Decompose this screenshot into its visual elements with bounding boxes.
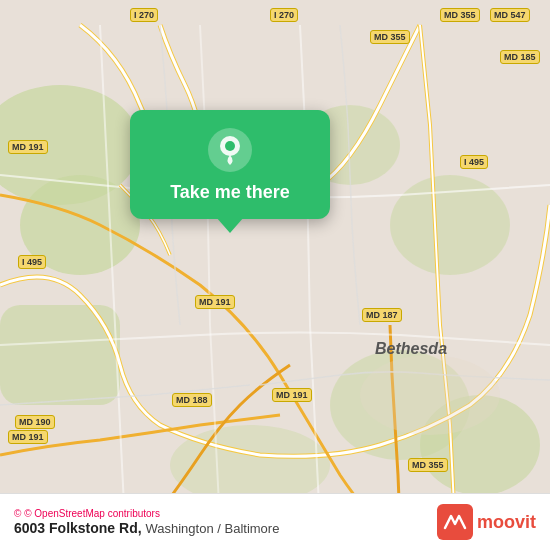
popup-card[interactable]: Take me there xyxy=(130,110,330,219)
road-label-md191-left: MD 191 xyxy=(8,140,48,154)
osm-credit-text: © OpenStreetMap contributors xyxy=(24,508,160,519)
bottom-bar: © © OpenStreetMap contributors 6003 Folk… xyxy=(0,493,550,550)
svg-point-9 xyxy=(360,355,500,435)
road-label-md355-bot: MD 355 xyxy=(408,458,448,472)
road-label-md191-bot: MD 191 xyxy=(272,388,312,402)
svg-point-5 xyxy=(390,175,510,275)
moovit-logo-icon xyxy=(437,504,473,540)
osm-copyright-symbol: © xyxy=(14,508,21,519)
bethesda-label: Bethesda xyxy=(375,340,447,358)
road-label-md355-1: MD 355 xyxy=(370,30,410,44)
road-label-i270-2: I 270 xyxy=(270,8,298,22)
road-label-md185: MD 185 xyxy=(500,50,540,64)
road-label-md355-2: MD 355 xyxy=(440,8,480,22)
map-svg xyxy=(0,0,550,550)
osm-credit: © © OpenStreetMap contributors xyxy=(14,508,279,519)
moovit-brand-text: moovit xyxy=(477,512,536,533)
address-line: 6003 Folkstone Rd, Washington / Baltimor… xyxy=(14,520,279,536)
road-label-md191-mid: MD 191 xyxy=(195,295,235,309)
city-text: Washington / Baltimore xyxy=(145,521,279,536)
road-label-md191-bl: MD 191 xyxy=(8,430,48,444)
moovit-logo: moovit xyxy=(437,504,536,540)
road-label-i270-1: I 270 xyxy=(130,8,158,22)
location-icon-circle xyxy=(208,128,252,172)
road-label-md188: MD 188 xyxy=(172,393,212,407)
road-label-md190: MD 190 xyxy=(15,415,55,429)
map-background xyxy=(0,0,550,550)
road-label-i495-right: I 495 xyxy=(460,155,488,169)
map-container: I 270 I 270 MD 355 MD 355 MD 547 MD 185 … xyxy=(0,0,550,550)
svg-point-11 xyxy=(225,141,235,151)
take-me-there-button[interactable]: Take me there xyxy=(170,182,290,203)
location-pin-icon xyxy=(217,135,243,165)
address-text: 6003 Folkstone Rd, xyxy=(14,520,142,536)
address-container: 6003 Folkstone Rd, Washington / Baltimor… xyxy=(14,519,279,537)
bottom-left: © © OpenStreetMap contributors 6003 Folk… xyxy=(14,508,279,537)
road-label-md187: MD 187 xyxy=(362,308,402,322)
road-label-md547: MD 547 xyxy=(490,8,530,22)
road-label-i495-left: I 495 xyxy=(18,255,46,269)
